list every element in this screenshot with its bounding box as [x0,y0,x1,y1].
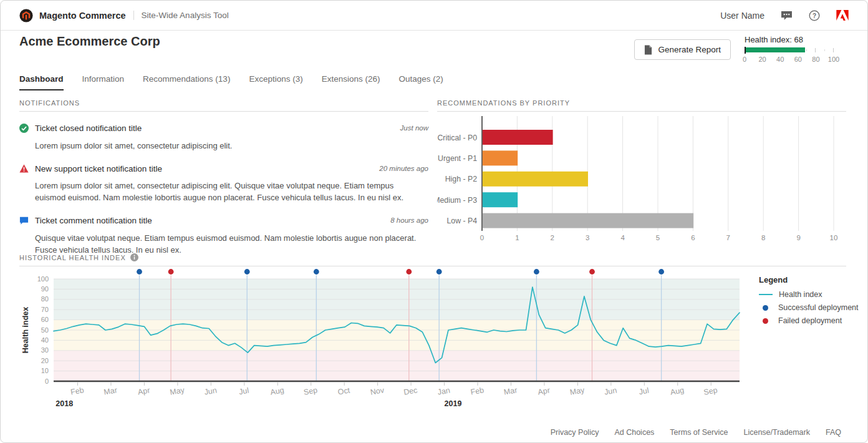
footer-link-license-trademark[interactable]: License/Trademark [743,428,810,437]
svg-text:Urgent - P1: Urgent - P1 [438,154,477,163]
svg-text:60: 60 [41,316,49,323]
svg-text:Mar: Mar [103,386,118,397]
tab-information[interactable]: Information [82,74,125,90]
svg-text:Sep: Sep [703,386,718,397]
legend-dot-swatch [763,305,768,311]
magento-logo-icon [19,9,33,22]
tab-dashboard[interactable]: Dashboard [19,74,64,90]
svg-text:Jun: Jun [204,386,218,396]
meter-tick-label: 100 [828,56,839,63]
svg-text:Apr: Apr [537,386,551,396]
svg-text:Apr: Apr [137,386,151,396]
svg-text:Jul: Jul [238,386,249,397]
notification-body: Lorem ipsum dolor sit amet, consectetur … [35,140,428,152]
legend-title: Legend [759,275,859,285]
legend-item: Health index [759,290,859,299]
svg-text:Low - P4: Low - P4 [446,217,477,225]
brand-area: Magento Commerce Site-Wide Analysis Tool [19,9,229,22]
footer-link-ad-choices[interactable]: Ad Choices [614,428,654,437]
legend-item: Failed deployment [759,316,859,325]
failed-deployment-marker [406,269,412,275]
check-circle-icon [19,124,35,135]
svg-text:70: 70 [41,306,49,313]
notification-title: Ticket comment notification title [35,216,390,228]
svg-text:7: 7 [726,234,730,241]
legend-label: Failed deployment [778,316,842,325]
svg-text:4: 4 [620,234,625,241]
notification-timestamp: 8 hours ago [390,216,428,228]
meter-tick-label: 40 [776,56,784,63]
notification-item[interactable]: Ticket closed notification titleJust now… [19,124,428,152]
tab-recommendations-13[interactable]: Recommendations (13) [143,74,230,90]
notification-body: Lorem ipsum dolor sit amet, consectetur … [35,180,428,204]
tab-outages-2[interactable]: Outages (2) [398,74,443,90]
failed-deployment-marker [589,269,595,275]
generate-report-label: Generate Report [658,45,721,54]
health-index-ticks: 020406080100 [745,56,834,64]
successful-deployment-marker [436,269,442,275]
svg-text:Jun: Jun [604,386,617,396]
svg-text:10: 10 [830,234,838,241]
svg-text:2018: 2018 [55,399,73,408]
svg-text:30: 30 [41,346,49,354]
svg-text:80: 80 [41,295,49,303]
app-name: Site-Wide Analysis Tool [133,11,229,20]
priority-bar-critical-p0 [483,130,553,145]
notification-item[interactable]: Ticket comment notification title8 hours… [19,216,428,256]
tab-extensions-26[interactable]: Extensions (26) [322,74,380,90]
svg-text:Medium - P3: Medium - P3 [437,196,477,205]
legend-line-swatch [759,294,773,295]
generate-report-button[interactable]: Generate Report [634,39,731,60]
notifications-section: NOTIFICATIONS Ticket closed notification… [19,99,428,256]
help-icon[interactable]: ? [809,10,820,21]
svg-text:May: May [169,386,185,397]
notifications-list: Ticket closed notification titleJust now… [19,124,428,256]
svg-text:9: 9 [796,234,800,241]
tab-bar: DashboardInformationRecommendations (13)… [19,74,443,90]
feedback-chat-icon[interactable] [781,11,793,21]
meter-tick-label: 60 [794,56,802,63]
recommendations-priority-chart: 012345678910Critical - P0Urgent - P1High… [437,114,846,244]
svg-text:0: 0 [480,234,484,241]
svg-text:50: 50 [41,326,49,334]
svg-text:20: 20 [41,357,49,364]
notification-title: Ticket closed notification title [35,124,400,135]
warning-triangle-icon [19,164,35,175]
notification-title: New support ticket notification title [35,164,379,175]
svg-text:Mar: Mar [503,386,518,397]
notification-timestamp: Just now [400,124,428,135]
successful-deployment-marker [314,269,319,275]
user-name[interactable]: User Name [720,11,764,21]
health-index-label: Health index: 68 [745,35,834,44]
footer-link-terms-of-service[interactable]: Terms of Service [670,428,728,437]
legend-dot-swatch [763,318,768,324]
meter-tick-label: 0 [743,56,746,63]
svg-text:High - P2: High - P2 [445,175,477,183]
svg-text:Aug: Aug [269,386,284,397]
footer-links: Privacy PolicyAd ChoicesTerms of Service… [551,428,841,437]
svg-text:100: 100 [37,275,49,283]
priority-bar-low-p4 [483,213,693,228]
footer-link-faq[interactable]: FAQ [826,428,841,437]
svg-text:Aug: Aug [670,386,685,397]
footer-link-privacy-policy[interactable]: Privacy Policy [551,428,599,437]
notifications-section-title: NOTIFICATIONS [19,99,428,112]
svg-text:Sep: Sep [303,386,318,397]
svg-text:Feb: Feb [470,386,485,397]
svg-text:Oct: Oct [337,386,351,396]
svg-text:10: 10 [41,367,49,374]
svg-text:1: 1 [515,234,519,241]
priority-bar-high-p2 [483,172,588,187]
top-bar-right: User Name ? [720,10,849,21]
tab-exceptions-3[interactable]: Exceptions (3) [249,74,302,90]
svg-text:3: 3 [586,234,589,241]
page-title: Acme Ecommerce Corp [19,34,160,49]
svg-text:2019: 2019 [445,399,462,408]
notification-item[interactable]: New support ticket notification title20 … [19,164,428,204]
info-icon[interactable] [130,253,138,261]
legend-label: Successful deployment [778,303,859,312]
legend-item: Successful deployment [759,303,859,312]
priority-bar-medium-p3 [483,192,518,207]
recommendations-section: RECOMMENDATIONS BY PRIORITY 012345678910… [437,99,846,244]
notification-timestamp: 20 minutes ago [379,164,428,175]
